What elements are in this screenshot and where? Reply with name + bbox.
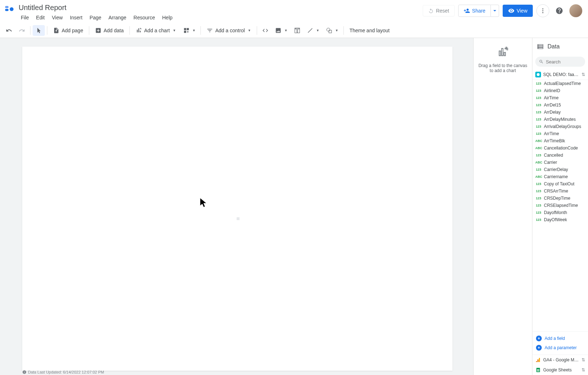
user-avatar[interactable] <box>569 4 582 17</box>
community-viz-button[interactable]: ▼ <box>180 25 199 36</box>
field-item[interactable]: 123ArrivalDelayGroups <box>532 123 588 130</box>
field-item[interactable]: ABCCarriername <box>532 173 588 180</box>
menu-edit[interactable]: Edit <box>33 13 48 22</box>
field-item[interactable]: 123CRSElapsedTime <box>532 202 588 209</box>
add-page-button[interactable]: Add page <box>49 25 87 36</box>
field-item[interactable]: 123CRSArrTime <box>532 188 588 195</box>
data-source-primary[interactable]: SQL DEMO: faa_fli... ⇅ <box>532 70 588 80</box>
plus-icon: + <box>536 336 542 341</box>
add-chart-button[interactable]: Add a chart ▼ <box>132 25 180 36</box>
field-name: ArrTime <box>544 131 559 136</box>
menu-help[interactable]: Help <box>159 13 175 22</box>
number-type-icon: 123 <box>535 153 542 157</box>
field-item[interactable]: 123AirlineID <box>532 87 588 94</box>
number-type-icon: 123 <box>535 204 542 207</box>
number-type-icon: 123 <box>535 82 542 85</box>
field-item[interactable]: 123Copy of TaxiOut <box>532 180 588 188</box>
expand-icon[interactable]: ⇅ <box>582 72 585 77</box>
add-data-icon <box>95 27 101 34</box>
menu-page[interactable]: Page <box>87 13 104 22</box>
menu-bar: File Edit View Insert Page Arrange Resou… <box>18 13 423 22</box>
field-name: DayOfWeek <box>544 217 567 222</box>
view-button[interactable]: View <box>503 5 533 17</box>
image-button[interactable]: ▼ <box>272 25 290 36</box>
field-name: ArrDelay <box>544 110 561 115</box>
number-type-icon: 123 <box>535 211 542 214</box>
share-button[interactable]: Share <box>458 5 491 17</box>
data-source-item[interactable]: Google Sheets⇅ <box>532 365 588 375</box>
field-item[interactable]: 123DayOfWeek <box>532 216 588 223</box>
data-search-input[interactable] <box>546 59 582 65</box>
svg-point-5 <box>542 12 544 13</box>
document-title[interactable]: Untitled Report <box>18 3 423 13</box>
toolbar-separator <box>257 26 257 35</box>
number-type-icon: 123 <box>535 125 542 128</box>
data-search[interactable] <box>535 57 585 67</box>
canvas-area[interactable]: Data Last Updated: 6/14/2022 12:07:02 PM <box>0 38 473 375</box>
help-button[interactable] <box>553 4 566 17</box>
field-item[interactable]: 123ArrDelayMinutes <box>532 116 588 123</box>
field-item[interactable]: 123Cancelled <box>532 152 588 159</box>
menu-arrange[interactable]: Arrange <box>106 13 129 22</box>
svg-rect-8 <box>329 30 332 33</box>
field-item[interactable]: 123CarrierDelay <box>532 166 588 173</box>
add-parameter-link[interactable]: + Add a parameter <box>532 343 588 352</box>
number-type-icon: 123 <box>535 118 542 121</box>
shape-icon <box>326 27 332 34</box>
menu-view[interactable]: View <box>49 13 66 22</box>
menu-insert[interactable]: Insert <box>67 13 85 22</box>
expand-icon[interactable]: ⇅ <box>582 367 585 372</box>
expand-icon[interactable]: ⇅ <box>582 357 585 362</box>
field-item[interactable]: 123ArrDel15 <box>532 101 588 109</box>
field-item[interactable]: ABCCancellationCode <box>532 144 588 152</box>
field-name: DayofMonth <box>544 210 567 215</box>
field-name: Copy of TaxiOut <box>544 181 574 186</box>
undo-button[interactable] <box>3 25 15 36</box>
app-logo[interactable] <box>4 4 14 14</box>
reset-button[interactable]: Reset <box>423 5 455 16</box>
menu-file[interactable]: File <box>18 13 32 22</box>
data-source-item[interactable]: GA4 - Google Merc...⇅ <box>532 355 588 365</box>
embed-button[interactable] <box>259 25 271 36</box>
add-control-button[interactable]: Add a control ▼ <box>203 25 254 36</box>
text-button[interactable] <box>291 25 303 36</box>
field-item[interactable]: 123ArrTime <box>532 130 588 137</box>
svg-rect-10 <box>24 372 25 373</box>
more-options-button[interactable] <box>536 4 549 17</box>
field-item[interactable]: 123ArrDelay <box>532 109 588 116</box>
toolbar-separator <box>200 26 201 35</box>
field-item[interactable]: 123CRSDepTime <box>532 195 588 202</box>
report-canvas[interactable] <box>22 47 452 371</box>
field-item[interactable]: 123ActualElapsedTime <box>532 80 588 87</box>
number-type-icon: 123 <box>535 110 542 114</box>
redo-button[interactable] <box>16 25 28 36</box>
add-data-button[interactable]: Add data <box>91 25 127 36</box>
field-item[interactable]: 123DayofMonth <box>532 209 588 216</box>
field-name: CarrierDelay <box>544 167 568 172</box>
text-type-icon: ABC <box>535 161 542 164</box>
line-button[interactable]: ▼ <box>304 25 322 36</box>
theme-layout-button[interactable]: Theme and layout <box>346 25 393 35</box>
field-item[interactable]: 123AirTime <box>532 94 588 101</box>
field-item[interactable]: ABCCarrier <box>532 159 588 166</box>
share-dropdown[interactable] <box>491 5 499 17</box>
text-icon <box>294 27 300 34</box>
chevron-down-icon: ▼ <box>248 29 251 32</box>
select-tool[interactable] <box>33 25 45 36</box>
add-parameter-label: Add a parameter <box>545 345 577 350</box>
shape-button[interactable]: ▼ <box>323 25 341 36</box>
field-item[interactable]: ABCArrTimeBlk <box>532 137 588 144</box>
filter-icon <box>207 27 213 34</box>
add-field-link[interactable]: + Add a field <box>532 334 588 343</box>
field-name: Cancelled <box>544 153 563 158</box>
line-icon <box>307 27 313 34</box>
redo-icon <box>19 27 25 34</box>
field-name: Carrier <box>544 160 557 165</box>
help-icon <box>555 7 563 15</box>
chart-drop-panel[interactable]: Drag a field to the canvas to add a char… <box>473 38 532 375</box>
menu-resource[interactable]: Resource <box>131 13 158 22</box>
svg-point-3 <box>542 8 544 9</box>
svg-rect-0 <box>5 6 8 8</box>
field-name: ActualElapsedTime <box>544 81 581 86</box>
field-name: CRSDepTime <box>544 196 570 201</box>
